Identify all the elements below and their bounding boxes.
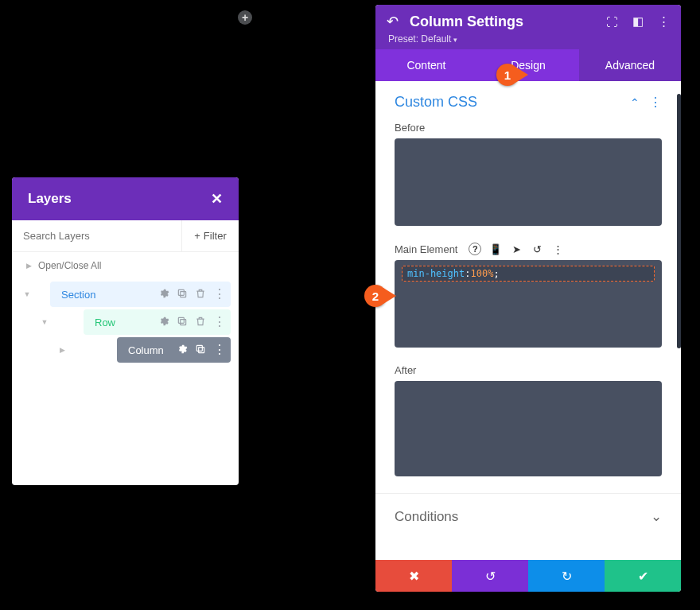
chevron-right-icon: ▶ [26, 262, 32, 270]
chevron-right-icon[interactable]: ▶ [55, 346, 69, 354]
main-element-code-input[interactable]: min-height:100%; [395, 260, 662, 348]
tab-content[interactable]: Content [375, 49, 477, 81]
expand-icon[interactable]: ⛶ [606, 15, 618, 29]
hover-icon[interactable]: ➤ [510, 243, 523, 255]
add-button[interactable]: + [238, 10, 252, 25]
plus-icon: + [194, 230, 200, 242]
more-icon[interactable]: ⋮ [649, 95, 662, 110]
redo-button[interactable]: ↻ [528, 560, 605, 592]
more-icon[interactable] [213, 317, 224, 328]
tree-row-section: ▼ Section [20, 282, 231, 307]
duplicate-icon[interactable] [195, 344, 206, 357]
sidebar-icon[interactable]: ◧ [632, 14, 644, 29]
trash-icon[interactable] [195, 316, 206, 329]
settings-titlebar: ↶ Column Settings ⛶ ◧ ⋮ Preset: Default [375, 5, 681, 49]
chevron-down-icon[interactable]: ▼ [37, 318, 52, 326]
conditions-section[interactable]: Conditions ⌄ [375, 493, 681, 533]
row-label: Row [95, 317, 115, 328]
gear-icon[interactable] [177, 344, 188, 357]
tree-row-row: ▼ Row [20, 309, 231, 335]
settings-body: Custom CSS ⌃ ⋮ Before Main Element ? 📱 ➤… [375, 81, 681, 560]
after-label: After [395, 364, 416, 376]
svg-rect-1 [178, 289, 184, 295]
svg-rect-0 [181, 291, 186, 297]
layers-panel: Layers ✕ + Filter ▶ Open/Close All ▼ Sec… [12, 177, 239, 485]
cancel-button[interactable]: ✖ [375, 560, 452, 592]
chevron-up-icon[interactable]: ⌃ [630, 96, 640, 109]
close-icon[interactable]: ✕ [211, 190, 223, 208]
main-element-label: Main Element [395, 243, 457, 255]
search-input[interactable] [12, 220, 181, 251]
tree-row-column: ▶ Column [20, 337, 231, 363]
filter-label: Filter [204, 230, 227, 242]
after-code-input[interactable] [395, 381, 662, 476]
column-label: Column [128, 344, 164, 356]
panel-title: Column Settings [410, 14, 606, 30]
chevron-down-icon[interactable]: ▼ [20, 290, 34, 298]
trash-icon[interactable] [195, 288, 206, 301]
settings-footer: ✖ ↺ ↻ ✔ [375, 560, 681, 592]
more-icon[interactable]: ⋮ [658, 14, 670, 29]
row-item[interactable]: Row [84, 309, 231, 335]
duplicate-icon[interactable] [177, 288, 188, 301]
section-title[interactable]: Custom CSS [395, 94, 477, 111]
column-item[interactable]: Column [117, 337, 231, 363]
column-settings-panel: ↶ Column Settings ⛶ ◧ ⋮ Preset: Default … [375, 5, 681, 592]
chevron-down-icon: ⌄ [651, 508, 662, 525]
svg-rect-6 [199, 347, 204, 352]
layers-toolbar: + Filter [12, 220, 239, 252]
svg-rect-2 [181, 319, 186, 324]
duplicate-icon[interactable] [177, 316, 188, 329]
back-icon[interactable]: ↶ [387, 13, 399, 30]
scrollbar[interactable] [677, 94, 681, 348]
section-item[interactable]: Section [50, 282, 231, 307]
layers-header: Layers ✕ [12, 177, 239, 220]
before-code-input[interactable] [395, 138, 662, 226]
svg-rect-7 [196, 345, 202, 351]
open-close-all-label: Open/Close All [38, 260, 101, 271]
more-icon[interactable] [213, 289, 224, 300]
svg-rect-3 [178, 317, 184, 323]
tab-design[interactable]: Design [477, 49, 579, 81]
gear-icon[interactable] [158, 288, 169, 301]
layers-title: Layers [28, 191, 72, 207]
reset-icon[interactable]: ↺ [531, 243, 543, 255]
settings-tabs: Content Design Advanced [375, 49, 681, 81]
undo-button[interactable]: ↺ [452, 560, 528, 592]
preset-selector[interactable]: Preset: Default [388, 33, 670, 45]
before-label: Before [395, 122, 425, 134]
help-icon[interactable]: ? [469, 243, 481, 255]
open-close-all[interactable]: ▶ Open/Close All [12, 252, 239, 279]
gear-icon[interactable] [158, 316, 169, 329]
more-icon[interactable] [213, 344, 224, 356]
mobile-icon[interactable]: 📱 [489, 243, 502, 255]
tab-advanced[interactable]: Advanced [579, 49, 681, 81]
more-icon[interactable]: ⋮ [551, 243, 564, 255]
conditions-label: Conditions [395, 509, 458, 525]
filter-button[interactable]: + Filter [181, 220, 239, 251]
section-label: Section [61, 289, 95, 301]
save-button[interactable]: ✔ [605, 560, 681, 592]
